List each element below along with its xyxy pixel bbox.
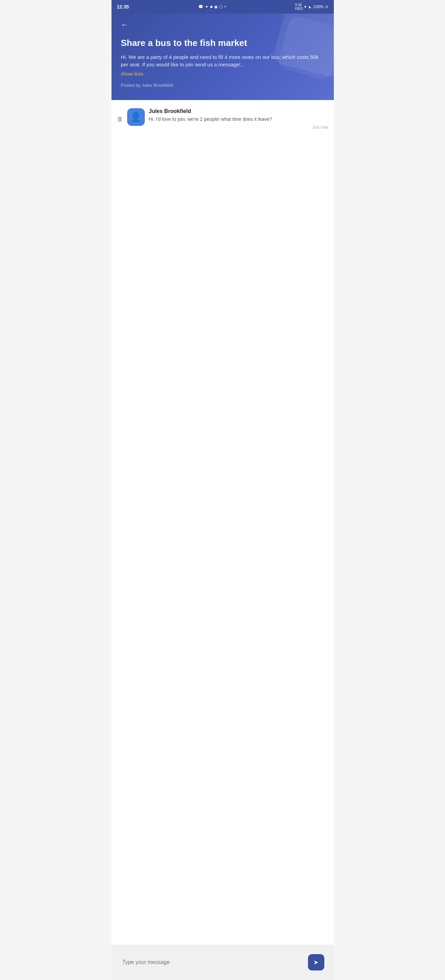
show-less-button[interactable]: show less [121,71,144,76]
send-icon: ➤ [314,959,318,966]
whatsapp-icon: 💬 [198,5,203,9]
posted-by: Posted by Jules Brookfield [121,83,324,88]
speed-label: 9.36KB/S [295,3,303,11]
back-button[interactable]: ← [121,21,128,29]
status-icons: 💬 ✦ ■ ◉ ⬡ • [198,5,226,9]
signal-bars-icon: ▲ [308,5,312,9]
battery-label: 100% [313,5,324,9]
delete-button[interactable]: 🗑 [117,116,123,123]
post-title: Share a bus to the fish market [121,37,324,49]
wifi-icon: ✦ [205,5,208,9]
record-icon: ⊙ [325,5,328,9]
maps-icon: ⬡ [219,5,223,9]
avatar-icon: 👤 [130,111,142,123]
wifi-signal-icon: ▾ [304,5,306,9]
send-button[interactable]: ➤ [308,954,324,970]
dot-icon: • [224,5,226,9]
message-timestamp: Just now [149,125,328,130]
stop-icon: ■ [210,5,212,9]
message-item: 🗑 👤 Jules Brookfield Hi. I'd love to joi… [117,108,328,130]
message-input[interactable] [121,956,304,968]
message-content: Jules Brookfield Hi. I'd love to join, w… [149,108,328,130]
message-text: Hi. I'd love to join, we're 2 people! wh… [149,116,328,123]
status-bar: 12:35 💬 ✦ ■ ◉ ⬡ • 9.36KB/S ▾ ▲ 100% ⊙ [111,0,334,14]
post-description: Hi. We are a party of 4 people and need … [121,53,324,69]
message-sender: Jules Brookfield [149,108,328,115]
camera-icon: ◉ [214,5,218,9]
input-area-wrapper: ➤ [111,945,334,980]
messages-area: 🗑 👤 Jules Brookfield Hi. I'd love to joi… [111,100,334,540]
posted-by-prefix: Posted by [121,83,142,88]
content-spacer [111,540,334,945]
right-status-icons: 9.36KB/S ▾ ▲ 100% ⊙ [295,3,328,11]
header-banner: ← Share a bus to the fish market Hi. We … [111,14,334,100]
status-time: 12:35 [117,4,129,10]
avatar: 👤 [127,108,145,126]
posted-by-name: Jules Brookfield [142,83,173,88]
input-area: ➤ [116,950,329,975]
